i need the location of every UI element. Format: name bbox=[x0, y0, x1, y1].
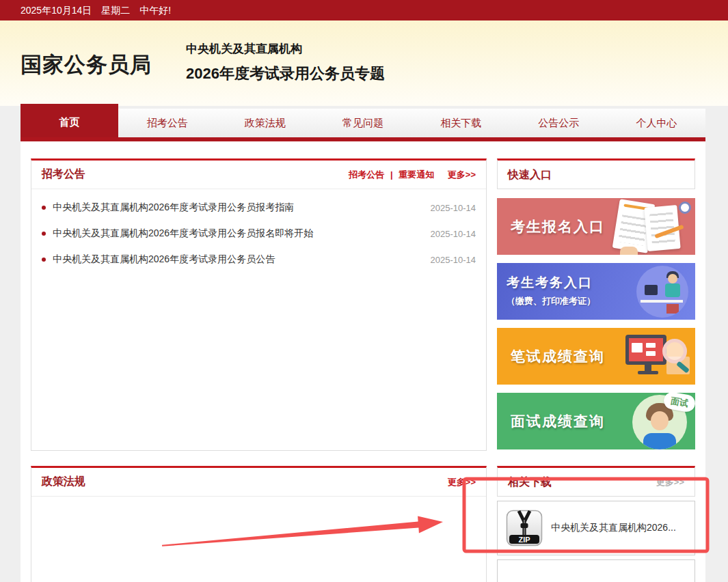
datetime-greeting: 2025年10月14日 星期二 中午好! bbox=[21, 5, 171, 16]
banner-label: 面试成绩查询 bbox=[511, 412, 605, 431]
person-at-computer-illustration bbox=[636, 266, 688, 318]
policies-title: 政策法规 bbox=[42, 475, 85, 489]
site-subtitle: 中央机关及其直属机构 bbox=[186, 41, 385, 57]
banner-sublabel: （缴费、打印准考证） bbox=[507, 295, 595, 307]
announcement-date: 2025-10-14 bbox=[431, 203, 476, 213]
tab-policies[interactable]: 政策法规 bbox=[216, 109, 314, 137]
bullet-icon bbox=[42, 232, 46, 236]
interview-score-query-banner[interactable]: 面试 面试成绩查询 bbox=[497, 393, 695, 449]
list-item[interactable]: 中央机关及其直属机构2026年度考试录用公务员公告 2025-10-14 bbox=[31, 247, 486, 273]
announcements-list: 中央机关及其直属机构2026年度考试录用公务员报考指南 2025-10-14 中… bbox=[31, 189, 486, 273]
hand-illustration bbox=[620, 247, 638, 255]
topbar: 2025年10月14日 星期二 中午好! bbox=[0, 0, 728, 20]
tab-public-notices-label: 公告公示 bbox=[538, 117, 579, 128]
page-title: 2026年度考试录用公务员专题 bbox=[186, 64, 385, 84]
announcement-date: 2025-10-14 bbox=[431, 229, 476, 239]
bullet-icon bbox=[42, 258, 46, 262]
announcement-link[interactable]: 中央机关及其直属机构2026年度考试录用公务员报考指南 bbox=[53, 202, 422, 214]
downloads-more-link[interactable]: 更多>> bbox=[656, 476, 684, 488]
tab-home[interactable]: 首页 bbox=[21, 104, 118, 137]
site-header: 国家公务员局 中央机关及其直属机构 2026年度考试录用公务员专题 bbox=[0, 20, 728, 106]
site-logo: 国家公务员局 bbox=[21, 51, 152, 79]
download-item-name: 中央机关及其直属机构2026... bbox=[551, 522, 676, 534]
announcements-more-link[interactable]: 更多>> bbox=[448, 169, 476, 180]
monitor-illustration bbox=[625, 335, 666, 365]
announcements-title: 招考公告 bbox=[42, 167, 85, 182]
policies-more-link[interactable]: 更多>> bbox=[448, 476, 476, 488]
announcements-panel: 招考公告 招考公告 | 重要通知 更多>> 中央机关及其直属机构2026年度考试… bbox=[31, 158, 487, 451]
exam-affairs-entry-banner[interactable]: 考生考务入口 （缴费、打印准考证） bbox=[497, 263, 695, 320]
tab-public-notices[interactable]: 公告公示 bbox=[510, 109, 608, 137]
tab-faq-label: 常见问题 bbox=[342, 117, 383, 128]
tab-policies-label: 政策法规 bbox=[245, 117, 286, 128]
tab-downloads-label: 相关下载 bbox=[440, 117, 481, 128]
main-nav: 首页 招考公告 政策法规 常见问题 相关下载 公告公示 个人中心 bbox=[21, 104, 705, 141]
filter-link-important-notices[interactable]: 重要通知 bbox=[399, 169, 434, 180]
svg-text:ZIP: ZIP bbox=[518, 536, 530, 544]
tab-home-label: 首页 bbox=[59, 116, 80, 128]
written-score-query-banner[interactable]: 笔试成绩查询 bbox=[497, 328, 695, 385]
banner-label: 笔试成绩查询 bbox=[511, 347, 605, 366]
site-title-block: 中央机关及其直属机构 2026年度考试录用公务员专题 bbox=[186, 41, 385, 84]
zip-file-icon: ZIP bbox=[506, 510, 543, 546]
announcement-link[interactable]: 中央机关及其直属机构2026年度考试录用公务员公告 bbox=[53, 253, 422, 266]
monitor-base bbox=[638, 371, 658, 374]
banner-label: 考生报名入口 bbox=[511, 217, 605, 236]
tab-personal-center[interactable]: 个人中心 bbox=[608, 109, 705, 137]
list-item[interactable]: 中央机关及其直属机构2026年度考试录用公务员报考指南 2025-10-14 bbox=[31, 195, 486, 221]
list-item[interactable]: 中央机关及其直属机构2026年度考试录用公务员报名即将开始 2025-10-14 bbox=[31, 221, 486, 247]
tab-announcements[interactable]: 招考公告 bbox=[118, 109, 216, 137]
tab-faq[interactable]: 常见问题 bbox=[314, 109, 412, 137]
tab-announcements-label: 招考公告 bbox=[147, 117, 188, 128]
announcement-date: 2025-10-14 bbox=[431, 255, 476, 265]
filter-separator: | bbox=[390, 169, 393, 180]
quick-entry-title: 快速入口 bbox=[508, 168, 552, 182]
announcement-link[interactable]: 中央机关及其直属机构2026年度考试录用公务员报名即将开始 bbox=[53, 227, 422, 240]
policies-panel: 政策法规 更多>> bbox=[31, 466, 487, 582]
download-item-zip[interactable]: ZIP 中央机关及其直属机构2026... bbox=[497, 501, 695, 555]
announcements-header-links: 招考公告 | 重要通知 更多>> bbox=[349, 169, 476, 181]
downloads-title: 相关下载 bbox=[508, 475, 552, 490]
downloads-panel-header: 相关下载 更多>> bbox=[497, 466, 695, 497]
banner-label: 考生考务入口 bbox=[507, 274, 595, 292]
download-item-next[interactable] bbox=[497, 559, 695, 582]
quick-entry-panel-header: 快速入口 bbox=[497, 158, 695, 189]
bullet-icon bbox=[42, 206, 46, 210]
filter-link-announcements[interactable]: 招考公告 bbox=[349, 169, 384, 180]
tab-personal-center-label: 个人中心 bbox=[636, 117, 677, 128]
tab-downloads[interactable]: 相关下载 bbox=[412, 109, 510, 137]
magnifier-icon bbox=[662, 339, 687, 363]
banner-label-group: 考生考务入口 （缴费、打印准考证） bbox=[507, 274, 595, 307]
candidate-registration-entry-banner[interactable]: 考生报名入口 bbox=[497, 198, 695, 255]
announcements-panel-header: 招考公告 招考公告 | 重要通知 更多>> bbox=[31, 161, 486, 189]
clock-icon bbox=[679, 202, 691, 214]
